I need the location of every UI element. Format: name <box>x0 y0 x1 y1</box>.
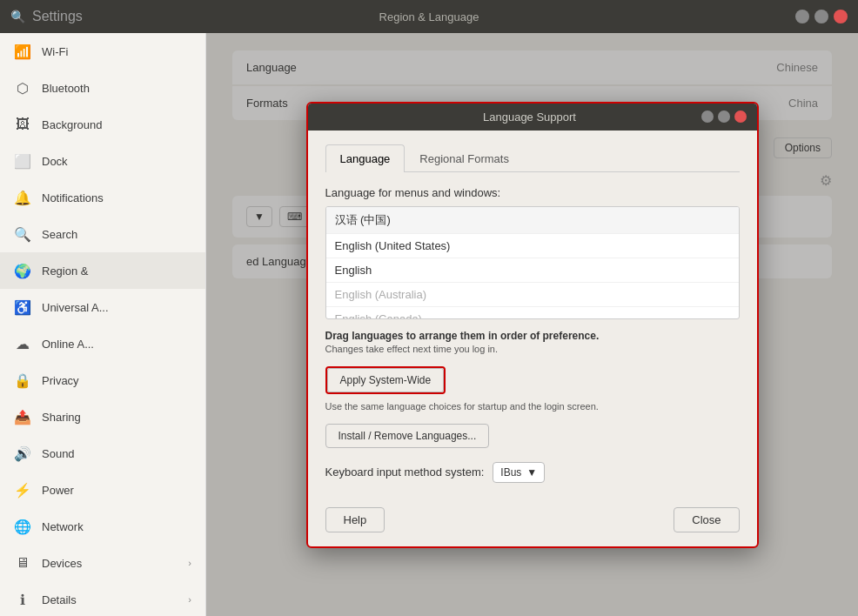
sidebar-label-privacy: Privacy <box>42 374 79 387</box>
dock-icon: ⬜ <box>14 152 31 170</box>
drag-instruction: Drag languages to arrange them in order … <box>325 330 740 342</box>
sidebar-label-sound: Sound <box>42 447 75 460</box>
lang-list-inner: 汉语 (中国) English (United States) English … <box>326 207 739 318</box>
sidebar-item-universal[interactable]: ♿ Universal A... <box>0 289 205 325</box>
devices-arrow: › <box>188 558 191 568</box>
search-sidebar-icon: 🔍 <box>14 225 31 243</box>
sidebar-label-network: Network <box>42 520 84 533</box>
modal-footer: Help Close <box>308 497 757 546</box>
sidebar-label-background: Background <box>42 118 102 131</box>
close-window-button[interactable] <box>834 10 848 23</box>
drag-sub: Changes take effect next time you log in… <box>325 344 740 354</box>
close-modal-button[interactable]: Close <box>674 507 739 532</box>
maximize-button[interactable] <box>814 10 828 23</box>
sidebar-item-search[interactable]: 🔍 Search <box>0 216 205 252</box>
sidebar: 📶 Wi-Fi ⬡ Bluetooth 🖼 Background ⬜ Dock … <box>0 33 206 616</box>
minimize-button[interactable] <box>795 10 809 23</box>
language-list: 汉语 (中国) English (United States) English … <box>325 206 740 319</box>
sidebar-item-bluetooth[interactable]: ⬡ Bluetooth <box>0 70 205 106</box>
list-item[interactable]: English (Australia) <box>326 283 739 307</box>
sidebar-item-notifications[interactable]: 🔔 Notifications <box>0 179 205 216</box>
list-item[interactable]: English <box>326 258 739 283</box>
sidebar-item-network[interactable]: 🌐 Network <box>0 508 205 545</box>
help-button[interactable]: Help <box>325 507 385 532</box>
modal-title: Language Support <box>359 110 701 124</box>
list-item[interactable]: English (United States) <box>326 234 739 258</box>
sidebar-label-universal: Universal A... <box>42 301 109 314</box>
chevron-down-icon: ▼ <box>526 466 537 479</box>
online-icon: ☁ <box>14 335 31 352</box>
sidebar-label-details: Details <box>42 593 77 606</box>
main-layout: 📶 Wi-Fi ⬡ Bluetooth 🖼 Background ⬜ Dock … <box>0 33 858 616</box>
sidebar-label-dock: Dock <box>42 155 68 168</box>
modal-minimize-button[interactable] <box>701 110 714 123</box>
modal-title-bar: Language Support <box>308 104 757 131</box>
modal-overlay: Language Support Language Regional Forma… <box>206 33 858 616</box>
sidebar-item-privacy[interactable]: 🔒 Privacy <box>0 362 205 398</box>
bluetooth-icon: ⬡ <box>14 79 31 97</box>
universal-icon: ♿ <box>14 298 31 316</box>
list-item[interactable]: 汉语 (中国) <box>326 207 739 234</box>
sidebar-label-online: Online A... <box>42 338 94 351</box>
apply-sub: Use the same language choices for startu… <box>325 401 740 412</box>
sidebar-label-wifi: Wi-Fi <box>42 45 68 58</box>
keyboard-input-row: Keyboard input method system: IBus ▼ <box>325 462 740 483</box>
sidebar-item-power[interactable]: ⚡ Power <box>0 472 205 508</box>
sidebar-item-sound[interactable]: 🔊 Sound <box>0 435 205 472</box>
sidebar-item-region[interactable]: 🌍 Region & <box>0 252 205 289</box>
lang-list-label: Language for menus and windows: <box>325 186 740 199</box>
network-icon: 🌐 <box>14 518 31 535</box>
notifications-icon: 🔔 <box>14 189 31 206</box>
wifi-icon: 📶 <box>14 43 31 60</box>
modal-controls <box>701 110 747 123</box>
content-area: Language Chinese Formats China Options ⚙… <box>206 33 858 616</box>
tab-regional-formats[interactable]: Regional Formats <box>405 144 524 172</box>
list-item[interactable]: English (Canada) <box>326 307 739 319</box>
sidebar-item-wifi[interactable]: 📶 Wi-Fi <box>0 33 205 70</box>
sidebar-item-dock[interactable]: ⬜ Dock <box>0 143 205 179</box>
sidebar-item-details[interactable]: ℹ Details › <box>0 581 205 616</box>
sidebar-label-region: Region & <box>42 264 88 278</box>
sound-icon: 🔊 <box>14 445 31 462</box>
sidebar-item-sharing[interactable]: 📤 Sharing <box>0 398 205 435</box>
modal-tabs: Language Regional Formats <box>325 144 740 172</box>
details-arrow: › <box>188 594 191 605</box>
sidebar-label-bluetooth: Bluetooth <box>42 82 90 95</box>
keyboard-method-value: IBus <box>500 466 521 479</box>
details-icon: ℹ <box>14 591 31 608</box>
sidebar-label-search: Search <box>42 228 77 241</box>
window-title: Region & Language <box>379 10 479 23</box>
title-bar: 🔍 Settings Region & Language <box>0 0 858 33</box>
devices-icon: 🖥 <box>14 554 31 572</box>
sidebar-item-background[interactable]: 🖼 Background <box>0 106 205 143</box>
sidebar-item-devices[interactable]: 🖥 Devices › <box>0 545 205 581</box>
search-icon: 🔍 <box>10 10 25 23</box>
privacy-icon: 🔒 <box>14 372 31 389</box>
sidebar-label-devices: Devices <box>42 557 82 570</box>
modal-close-button[interactable] <box>734 110 747 123</box>
apply-system-wide-button[interactable]: Apply System-Wide <box>327 368 445 392</box>
tab-language[interactable]: Language <box>325 144 406 172</box>
modal-body: Language Regional Formats Language for m… <box>308 131 757 497</box>
sharing-icon: 📤 <box>14 408 31 425</box>
window-controls <box>795 10 848 23</box>
sidebar-item-online[interactable]: ☁ Online A... <box>0 325 205 362</box>
keyboard-input-label: Keyboard input method system: <box>325 465 485 479</box>
apply-btn-wrapper: Apply System-Wide <box>325 366 446 394</box>
region-icon: 🌍 <box>14 262 31 279</box>
language-support-modal: Language Support Language Regional Forma… <box>306 102 759 548</box>
power-icon: ⚡ <box>14 481 31 499</box>
install-remove-button[interactable]: Install / Remove Languages... <box>325 424 490 448</box>
sidebar-label-sharing: Sharing <box>42 411 81 424</box>
modal-maximize-button[interactable] <box>718 110 730 123</box>
keyboard-method-dropdown[interactable]: IBus ▼ <box>493 462 545 483</box>
title-bar-left: 🔍 Settings <box>10 9 83 24</box>
background-icon: 🖼 <box>14 116 31 133</box>
app-title: Settings <box>32 9 83 24</box>
sidebar-label-notifications: Notifications <box>42 191 104 204</box>
sidebar-label-power: Power <box>42 484 74 497</box>
